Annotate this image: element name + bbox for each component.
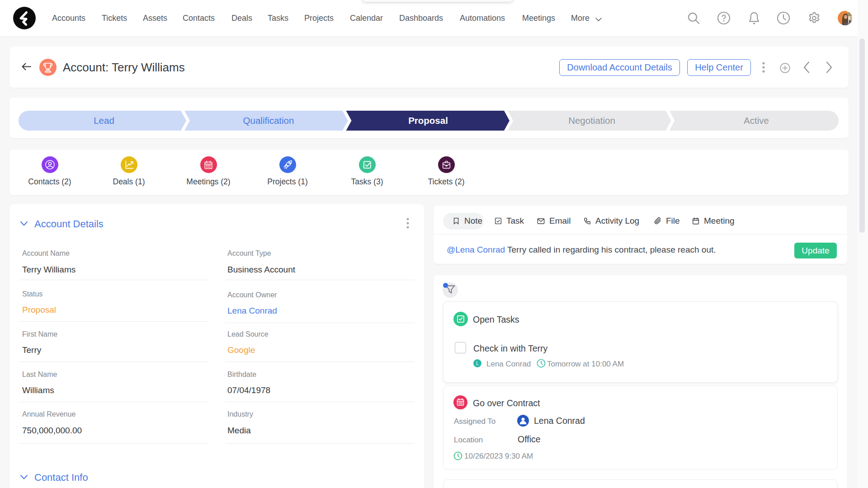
svg-text:Negotiation: Negotiation [568, 115, 615, 126]
svg-text:Lead: Lead [94, 115, 114, 126]
svg-text:Proposal: Proposal [408, 115, 448, 126]
svg-text:Active: Active [744, 115, 769, 126]
svg-text:Qualification: Qualification [243, 115, 294, 126]
